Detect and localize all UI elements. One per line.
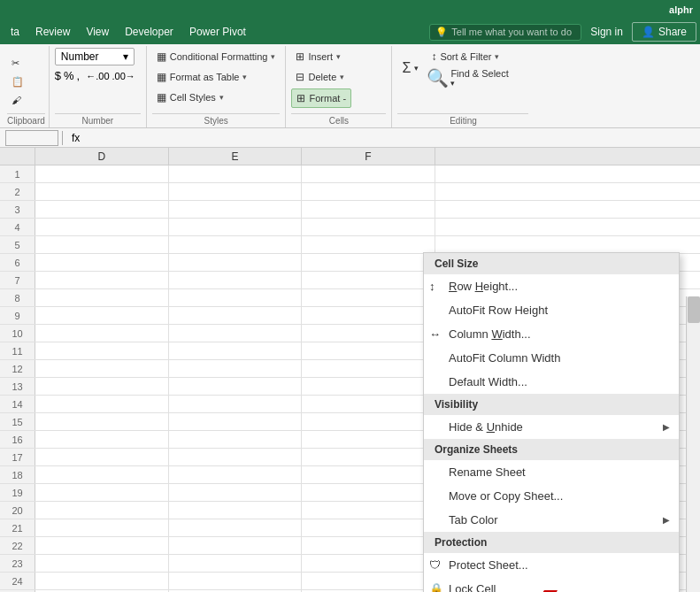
sign-in-button[interactable]: Sign in: [583, 23, 630, 41]
cs-arrow-icon: ▾: [219, 93, 224, 102]
cf-icon: ▦: [157, 50, 166, 63]
number-group: Number ▾ $ % , ←.00 .00→ Number: [50, 46, 147, 127]
format-btn[interactable]: ⊞ Format -: [291, 88, 351, 108]
hide-unhide-item[interactable]: Hide & Unhide: [424, 415, 679, 439]
copy-icon: 📋: [12, 76, 24, 88]
lightbulb-icon: 💡: [435, 27, 448, 38]
comma-btn[interactable]: ,: [77, 69, 81, 82]
cf-arrow-icon: ▾: [271, 52, 275, 61]
autosum-btn[interactable]: Σ ▾: [397, 58, 423, 79]
increase-decimal-btn[interactable]: .00→: [112, 71, 135, 81]
editing-group: Σ ▾ ↕ Sort & Filter ▾ 🔍 Find & Select: [392, 46, 534, 127]
autofit-row-height-item[interactable]: AutoFit Row Height: [424, 298, 679, 322]
row-height-item[interactable]: ↕ Row Height...: [424, 274, 679, 298]
styles-label: Styles: [152, 113, 281, 127]
menu-power-pivot[interactable]: Power Pivot: [182, 23, 253, 41]
name-box[interactable]: [5, 130, 58, 146]
menu-developer[interactable]: Developer: [118, 23, 181, 41]
visibility-header: Visibility: [424, 394, 679, 415]
formula-bar-separator: [62, 131, 63, 145]
search-bar[interactable]: 💡: [429, 24, 581, 41]
cells-group: ⊞ Insert ▾ ⊟ Delete ▾ ⊞ Format - Cells: [286, 46, 392, 127]
move-copy-sheet-item[interactable]: Move or Copy Sheet...: [424, 484, 679, 508]
menu-review[interactable]: Review: [28, 23, 77, 41]
fs-arrow-icon: ▾: [450, 79, 455, 88]
copy-btn[interactable]: 📋: [7, 73, 28, 90]
rename-sheet-item[interactable]: Rename Sheet: [424, 460, 679, 484]
menu-bar: ta Review View Developer Power Pivot 💡 S…: [0, 19, 700, 44]
format-as-table-btn[interactable]: ▦ Format as Table ▾: [152, 68, 252, 86]
find-select-btn[interactable]: 🔍 Find & Select ▾: [427, 67, 508, 88]
percent-btn[interactable]: %: [64, 69, 74, 82]
column-headers: D E F: [0, 148, 700, 165]
styles-icon: ▦: [157, 91, 166, 104]
styles-group: ▦ Conditional Formatting ▾ ▦ Format as T…: [147, 46, 287, 127]
search-input[interactable]: [451, 27, 575, 37]
col-header-e[interactable]: E: [169, 148, 303, 165]
table-row: 5: [0, 236, 700, 254]
clipboard-label: Clipboard: [7, 113, 45, 127]
fat-arrow-icon: ▾: [242, 73, 247, 81]
decrease-decimal-btn[interactable]: ←.00: [86, 71, 109, 81]
fx-label: fx: [66, 132, 85, 144]
col-header-f[interactable]: F: [302, 148, 435, 165]
sigma-area: Σ ▾: [397, 58, 423, 79]
table-row: 1: [0, 165, 700, 183]
column-width-icon: ↔: [429, 327, 441, 341]
cell-size-header: Cell Size: [424, 253, 679, 274]
default-width-item[interactable]: Default Width...: [424, 370, 679, 394]
scrollbar-thumb[interactable]: [688, 296, 700, 323]
col-header-extra: [435, 148, 700, 165]
table-icon: ▦: [157, 71, 166, 83]
red-arrow-annotation: [482, 581, 571, 592]
sort-filter-btn[interactable]: ↕ Sort & Filter ▾: [427, 48, 508, 65]
col-header-d[interactable]: D: [35, 148, 169, 165]
cut-btn[interactable]: ✂: [7, 55, 28, 72]
protect-sheet-item[interactable]: 🛡 Protect Sheet...: [424, 553, 679, 577]
formula-bar: fx: [0, 128, 700, 148]
delete-icon: ⊟: [296, 71, 304, 83]
sf-arrow-icon: ▾: [495, 52, 499, 61]
conditional-formatting-btn[interactable]: ▦ Conditional Formatting ▾: [152, 48, 281, 65]
table-row: 3: [0, 201, 700, 219]
main-area: D E F 1 2 3 4 5 6 7 8 9 10 11 12 13 14 1…: [0, 148, 700, 592]
tab-color-item[interactable]: Tab Color: [424, 508, 679, 532]
vertical-scrollbar[interactable]: [686, 296, 700, 592]
cell-styles-btn[interactable]: ▦ Cell Styles ▾: [152, 88, 228, 106]
ribbon-groups: ✂ 📋 🖌 Clipboard Number ▾: [5, 46, 695, 127]
number-format-dropdown[interactable]: Number ▾: [55, 48, 135, 65]
table-row: 4: [0, 219, 700, 236]
row-header-spacer: [0, 148, 35, 165]
paintbrush-icon: 🖌: [12, 95, 21, 105]
clipboard-group: ✂ 📋 🖌 Clipboard: [5, 46, 50, 127]
cells-label: Cells: [291, 113, 386, 127]
number-label: Number: [55, 113, 141, 127]
user-icon: 👤: [642, 26, 655, 38]
dollar-btn[interactable]: $: [55, 69, 61, 82]
title-bar: alphr: [0, 0, 700, 19]
sort-icon: ↕: [431, 50, 436, 63]
column-width-item[interactable]: ↔ Column Width...: [424, 322, 679, 346]
menu-view[interactable]: View: [79, 23, 116, 41]
table-row: 2: [0, 183, 700, 201]
lock-icon: 🔒: [429, 582, 443, 592]
find-icon: 🔍: [427, 67, 449, 88]
delete-btn[interactable]: ⊟ Delete ▾: [291, 68, 349, 86]
autofit-column-width-item[interactable]: AutoFit Column Width: [424, 346, 679, 370]
format-painter-btn[interactable]: 🖌: [7, 92, 28, 108]
insert-btn[interactable]: ⊞ Insert ▾: [291, 48, 345, 65]
share-button[interactable]: 👤 Share: [632, 22, 696, 42]
protect-sheet-icon: 🛡: [429, 558, 441, 572]
insert-arrow-icon: ▾: [336, 52, 341, 61]
format-dropdown-menu: Cell Size ↕ Row Height... AutoFit Row He…: [423, 252, 680, 592]
brand-label: alphr: [669, 4, 693, 15]
delete-arrow-icon: ▾: [340, 73, 344, 81]
row-height-icon: ↕: [429, 280, 435, 293]
ribbon: ✂ 📋 🖌 Clipboard Number ▾: [0, 44, 700, 128]
protection-header: Protection: [424, 532, 679, 553]
format-icon: ⊞: [296, 92, 305, 104]
dropdown-arrow-icon: ▾: [123, 50, 128, 63]
organize-sheets-header: Organize Sheets: [424, 439, 679, 460]
menu-ta[interactable]: ta: [4, 23, 27, 41]
scissors-icon: ✂: [12, 58, 19, 69]
